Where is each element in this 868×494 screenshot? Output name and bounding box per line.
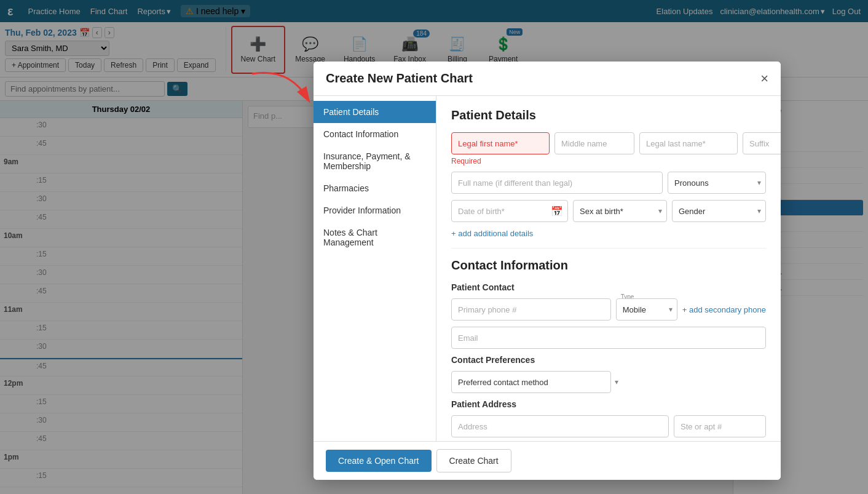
gender-wrapper: Gender (672, 200, 766, 222)
create-chart-modal: Create New Patient Chart × Patient Detai… (314, 62, 781, 480)
legal-first-name-input[interactable] (451, 132, 550, 154)
pronouns-select[interactable]: Pronouns (668, 172, 766, 194)
preferred-contact-row: Preferred contact method Phone Email Tex… (451, 371, 766, 393)
modal-footer: Create & Open Chart Create Chart (314, 441, 781, 480)
nav-pharmacies[interactable]: Pharmacies (314, 177, 436, 199)
phone-type-col: Type Mobile Home Work Other (616, 298, 677, 321)
address-input[interactable] (451, 415, 669, 437)
contact-prefs-label: Contact Preferences (451, 355, 766, 365)
modal-close-button[interactable]: × (760, 72, 768, 86)
contact-info-title: Contact Information (451, 258, 766, 273)
sex-at-birth-wrapper: Sex at birth* Male Female Other (573, 200, 667, 222)
phone-type-select[interactable]: Mobile Home Work Other (616, 298, 677, 321)
create-and-open-chart-button[interactable]: Create & Open Chart (326, 450, 432, 472)
legal-first-col: Required (451, 132, 550, 165)
dob-sex-gender-row: 📅 Sex at birth* Male Female Other Gender (451, 200, 766, 222)
gender-select[interactable]: Gender (672, 200, 766, 222)
modal-body: Patient Details Contact Information Insu… (314, 96, 781, 441)
nav-insurance-payment[interactable]: Insurance, Payment, & Membership (314, 145, 436, 177)
patient-address-label: Patient Address (451, 399, 766, 409)
modal-header: Create New Patient Chart × (314, 62, 781, 96)
add-additional-details-link[interactable]: + add additional details (451, 229, 533, 238)
red-arrow-annotation (240, 62, 326, 113)
pronouns-wrapper: Pronouns (668, 172, 766, 194)
sex-at-birth-select[interactable]: Sex at birth* Male Female Other (573, 200, 667, 222)
apt-input[interactable] (674, 415, 766, 437)
address-row (451, 415, 766, 437)
phone-row: Type Mobile Home Work Other + add second… (451, 298, 766, 321)
patient-contact-label: Patient Contact (451, 282, 766, 292)
email-row (451, 327, 766, 349)
calendar-icon[interactable]: 📅 (551, 205, 563, 217)
nav-notes-chart[interactable]: Notes & Chart Management (314, 221, 436, 253)
dob-wrapper: 📅 (451, 200, 568, 222)
nav-provider-information[interactable]: Provider Information (314, 199, 436, 221)
fullname-row: Pronouns (451, 172, 766, 194)
nav-contact-information[interactable]: Contact Information (314, 123, 436, 145)
divider (451, 248, 766, 249)
create-chart-button[interactable]: Create Chart (436, 449, 511, 472)
preferred-contact-select[interactable]: Preferred contact method Phone Email Tex… (451, 371, 611, 393)
nav-patient-details[interactable]: Patient Details (314, 101, 436, 123)
patient-details-title: Patient Details (451, 108, 766, 122)
modal-title: Create New Patient Chart (326, 71, 473, 86)
preferred-contact-wrapper: Preferred contact method Phone Email Tex… (451, 371, 623, 393)
middle-name-input[interactable] (554, 132, 634, 154)
legal-last-name-input[interactable] (639, 132, 738, 154)
email-input[interactable] (451, 327, 766, 349)
modal-sidebar-nav: Patient Details Contact Information Insu… (314, 96, 436, 441)
add-secondary-phone-link[interactable]: + add secondary phone (682, 305, 766, 314)
modal-overlay[interactable]: Create New Patient Chart × Patient Detai… (0, 0, 868, 494)
suffix-input[interactable] (743, 132, 781, 154)
full-name-input[interactable] (451, 172, 663, 194)
phone-type-wrapper: Mobile Home Work Other (616, 298, 677, 321)
primary-phone-input[interactable] (451, 298, 611, 321)
name-row: Required (451, 132, 766, 165)
required-error-text: Required (451, 157, 550, 165)
modal-main-content: Patient Details Required (436, 96, 781, 441)
add-details-row: + add additional details (451, 228, 766, 238)
